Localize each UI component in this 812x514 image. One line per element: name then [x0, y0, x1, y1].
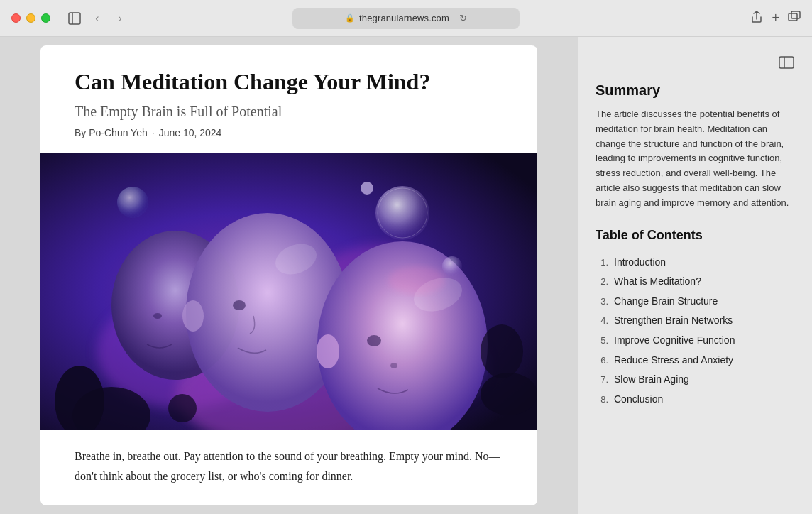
svg-point-25	[442, 256, 462, 276]
svg-point-13	[182, 300, 204, 332]
toc-title: Table of Contents	[596, 228, 798, 243]
svg-point-26	[361, 182, 373, 195]
svg-point-32	[481, 324, 523, 378]
toc-item-4[interactable]: 4. Strengthen Brain Networks	[596, 311, 798, 331]
svg-rect-0	[69, 13, 80, 24]
titlebar-center: 🔒 thegranularnews.com ↻	[292, 8, 520, 29]
new-tab-icon[interactable]: +	[772, 11, 779, 26]
svg-point-17	[317, 334, 339, 368]
url-text: thegranularnews.com	[359, 13, 449, 23]
article-subtitle: The Empty Brain is Full of Potential	[75, 104, 503, 120]
article-body: Breathe in, breathe out. Pay attention t…	[40, 430, 537, 502]
address-bar[interactable]: 🔒 thegranularnews.com ↻	[292, 8, 520, 29]
article-byline: By Po-Chun Yeh · June 10, 2024	[75, 127, 503, 138]
svg-rect-3	[791, 11, 800, 18]
titlebar: ‹ › 🔒 thegranularnews.com ↻ +	[0, 0, 812, 37]
article-author: By Po-Chun Yeh	[75, 127, 148, 138]
traffic-lights	[11, 13, 50, 23]
toc-list: 1. Introduction 2. What is Meditation? 3…	[596, 253, 798, 410]
share-icon[interactable]	[750, 11, 763, 26]
sidebar-toggle-button[interactable]	[65, 9, 84, 28]
main-area: Can Meditation Change Your Mind? The Emp…	[0, 37, 812, 514]
summary-text: The article discusses the potential bene…	[596, 107, 798, 211]
maximize-button[interactable]	[41, 13, 50, 23]
right-panel: Summary The article discusses the potent…	[578, 37, 812, 514]
back-button[interactable]: ‹	[87, 9, 107, 28]
svg-point-11	[153, 313, 162, 319]
forward-button[interactable]: ›	[110, 9, 130, 28]
svg-point-22	[375, 186, 429, 240]
article-date: June 10, 2024	[159, 127, 222, 138]
toc-item-5[interactable]: 5. Improve Cognitive Function	[596, 331, 798, 351]
toc-item-3[interactable]: 3. Change Brain Structure	[596, 292, 798, 312]
toc-item-7[interactable]: 7. Slow Brain Aging	[596, 370, 798, 390]
toc-item-8[interactable]: 8. Conclusion	[596, 390, 798, 410]
lock-icon: 🔒	[345, 13, 355, 23]
svg-point-14	[233, 300, 246, 310]
summary-title: Summary	[596, 82, 798, 99]
reload-icon[interactable]: ↻	[459, 13, 467, 23]
svg-point-21	[388, 266, 445, 295]
article-body-text: Breathe in, breathe out. Pay attention t…	[75, 447, 503, 485]
svg-point-31	[168, 394, 197, 422]
svg-rect-33	[779, 57, 794, 68]
toc-item-6[interactable]: 6. Reduce Stress and Anxiety	[596, 351, 798, 371]
svg-point-24	[117, 187, 148, 218]
nav-buttons: ‹ ›	[59, 9, 130, 28]
svg-point-19	[390, 363, 397, 368]
tabs-icon[interactable]	[788, 11, 801, 26]
byline-separator: ·	[152, 127, 155, 138]
summary-section: Summary The article discusses the potent…	[596, 82, 798, 211]
titlebar-right: +	[750, 11, 801, 26]
close-button[interactable]	[11, 13, 21, 23]
toc-item-2[interactable]: 2. What is Meditation?	[596, 272, 798, 292]
svg-rect-2	[789, 13, 797, 21]
minimize-button[interactable]	[26, 13, 35, 23]
reader-view-icon[interactable]	[775, 51, 798, 74]
article-title: Can Meditation Change Your Mind?	[75, 68, 503, 95]
svg-point-30	[481, 373, 537, 415]
article-hero-image	[40, 153, 537, 430]
toc-section: Table of Contents 1. Introduction 2. Wha…	[596, 228, 798, 410]
article-header: Can Meditation Change Your Mind? The Emp…	[40, 45, 537, 153]
article-card: Can Meditation Change Your Mind? The Emp…	[40, 45, 537, 505]
svg-point-18	[367, 335, 381, 346]
toc-item-1[interactable]: 1. Introduction	[596, 253, 798, 273]
article-area: Can Meditation Change Your Mind? The Emp…	[0, 37, 578, 514]
